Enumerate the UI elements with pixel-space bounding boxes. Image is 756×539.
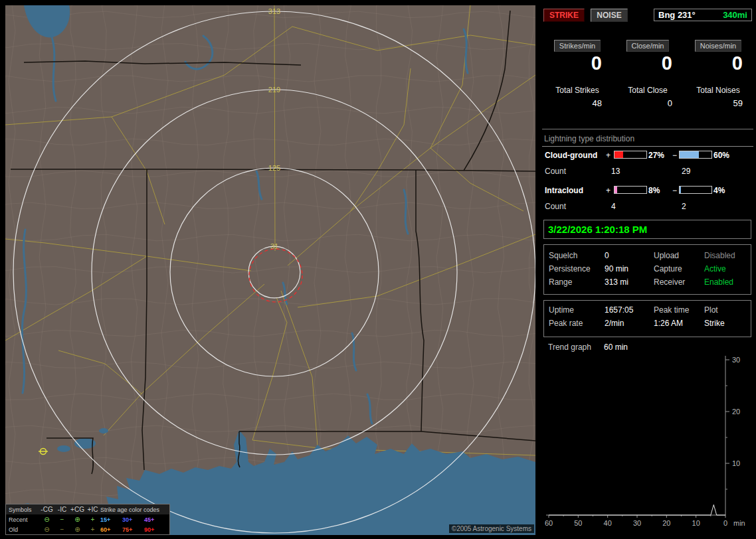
x-tick-label: 40 <box>604 519 612 527</box>
nexstorm-app: { "header": { "strike_label": "STRIKE", … <box>0 0 756 539</box>
cg-plus-bar-fill <box>614 151 623 158</box>
noises-per-min-label: Noises/min <box>695 40 741 52</box>
intracloud-label: Intracloud <box>545 186 583 195</box>
uptime-value: 1657:05 <box>605 305 654 315</box>
ic-plus-bar <box>614 186 647 194</box>
trend-graph-label: Trend graph <box>548 343 604 352</box>
peak-time-value: 1:26 AM <box>654 319 704 328</box>
x-tick-label: 10 <box>692 519 700 527</box>
cg-minus-bar <box>679 151 712 159</box>
trend-line <box>549 504 725 515</box>
receiver-value: Enabled <box>704 277 751 287</box>
persistence-value: 90 min <box>605 264 654 273</box>
close-per-min-value: 0 <box>613 52 683 74</box>
x-tick-label: 50 <box>574 519 582 527</box>
strikes-per-min: Strikes/min 0 <box>542 40 613 74</box>
ic-minus-bar <box>679 186 712 194</box>
legend-col-neg-ic: -IC <box>54 506 70 513</box>
y-tick-label: 30 <box>732 356 740 364</box>
trend-chart: 3020106050403020100min <box>542 352 753 538</box>
copyright-text: ©2005 Astrogenic Systems <box>449 524 534 533</box>
peak-rate-label: Peak rate <box>549 319 605 328</box>
strikes-per-min-label: Strikes/min <box>554 40 601 52</box>
neg-cg-old-icon: ⊖ <box>39 526 54 533</box>
radar-map[interactable]: 31321912531 Symbols -CG -IC +CG +IC Stri… <box>5 5 535 535</box>
y-tick-label: 10 <box>732 459 740 467</box>
section-divider <box>542 129 753 129</box>
age-90: 90+ <box>144 526 166 533</box>
upload-label: Upload <box>654 251 704 260</box>
status-box: Squelch 0 Upload Disabled Persistence 90… <box>543 244 751 295</box>
total-counters: Total Strikes 48 Total Close 0 Total Noi… <box>542 86 753 108</box>
neg-cg-recent-icon: ⊖ <box>39 516 54 523</box>
capture-value: Active <box>704 264 751 273</box>
cg-plus-percent: 27% <box>648 151 664 160</box>
squelch-label: Squelch <box>549 251 605 260</box>
noises-per-min-value: 0 <box>683 52 753 74</box>
strikes-per-min-value: 0 <box>542 52 613 74</box>
bearing-value: Bng 231° <box>658 10 696 20</box>
neg-ic-recent-icon: − <box>54 516 70 523</box>
total-strikes: Total Strikes 48 <box>542 86 613 108</box>
side-panel: STRIKE NOISE Bng 231° 340mi Strikes/min … <box>542 0 753 539</box>
total-strikes-label: Total Strikes <box>542 86 613 95</box>
total-strikes-value: 48 <box>542 98 613 108</box>
legend-col-pos-ic: +IC <box>85 506 100 513</box>
session-box: Uptime 1657:05 Peak time Plot Peak rate … <box>543 300 751 337</box>
age-75: 75+ <box>122 526 144 533</box>
pos-ic-recent-icon: + <box>85 516 100 523</box>
range-ring-label: 219 <box>268 86 280 94</box>
session-row: Uptime 1657:05 Peak time Plot <box>544 303 751 317</box>
age-30: 30+ <box>122 516 144 523</box>
legend-recent-label: Recent <box>9 516 39 523</box>
legend-age-header: Strike age color codes <box>100 506 166 513</box>
legend-old-label: Old <box>9 526 39 533</box>
distribution-title: Lightning type distribution <box>542 134 753 147</box>
total-noises: Total Noises 59 <box>683 86 753 108</box>
legend-col-pos-cg: +CG <box>70 506 85 513</box>
strike-mode-button[interactable]: STRIKE <box>543 9 585 22</box>
status-row: Squelch 0 Upload Disabled <box>544 249 751 262</box>
ic-plus-percent: 8% <box>648 186 660 195</box>
clock-box: 3/22/2026 1:20:18 PM <box>543 220 751 239</box>
receiver-label: Receiver <box>654 277 704 287</box>
x-tick-label: 60 <box>545 519 553 527</box>
range-value: 313 mi <box>605 277 654 287</box>
datetime-readout: 3/22/2026 1:20:18 PM <box>548 224 647 235</box>
radar-map-canvas: 31321912531 <box>5 5 535 535</box>
pos-cg-old-icon: ⊕ <box>70 526 85 533</box>
mode-toolbar: STRIKE NOISE Bng 231° 340mi <box>543 9 752 23</box>
intracloud-row: Intracloud + 8% − 4% <box>545 186 752 195</box>
pos-ic-old-icon: + <box>85 526 100 533</box>
peak-time-label: Peak time <box>654 305 704 315</box>
plot-label: Plot <box>704 305 751 315</box>
status-row: Range 313 mi Receiver Enabled <box>544 275 751 289</box>
legend-col-neg-cg: -CG <box>39 506 54 513</box>
intracloud-count-row: Count 4 2 <box>545 202 752 211</box>
map-legend: Symbols -CG -IC +CG +IC Strike age color… <box>5 504 170 535</box>
ic-minus-percent: 4% <box>713 186 725 195</box>
persistence-label: Persistence <box>549 264 605 273</box>
range-label: Range <box>549 277 605 287</box>
total-noises-value: 59 <box>683 98 753 108</box>
range-ring-label: 125 <box>268 164 280 172</box>
trend-window-value: 60 min <box>604 343 653 352</box>
status-row: Persistence 90 min Capture Active <box>544 262 751 275</box>
ic-plus-count: 4 <box>611 202 616 211</box>
close-per-min: Close/min 0 <box>613 40 683 74</box>
legend-symbols-header: Symbols <box>9 506 39 513</box>
noise-mode-button[interactable]: NOISE <box>591 9 627 22</box>
plus-sign: + <box>606 151 611 160</box>
legend-row-recent: Recent ⊖ − ⊕ + 15+ 30+ 45+ <box>6 514 169 524</box>
total-close-label: Total Close <box>613 86 683 95</box>
rate-counters: Strikes/min 0 Close/min 0 Noises/min 0 <box>542 40 753 74</box>
age-45: 45+ <box>144 516 166 523</box>
x-tick-label: 20 <box>662 519 670 527</box>
cg-minus-count: 29 <box>682 167 690 176</box>
age-60: 60+ <box>100 526 122 533</box>
ic-minus-bar-fill <box>680 187 681 193</box>
cloud-ground-row: Cloud-ground + 27% − 60% <box>545 151 752 160</box>
minus-sign: − <box>672 151 677 160</box>
x-axis-unit: min <box>733 519 745 527</box>
total-noises-label: Total Noises <box>683 86 753 95</box>
